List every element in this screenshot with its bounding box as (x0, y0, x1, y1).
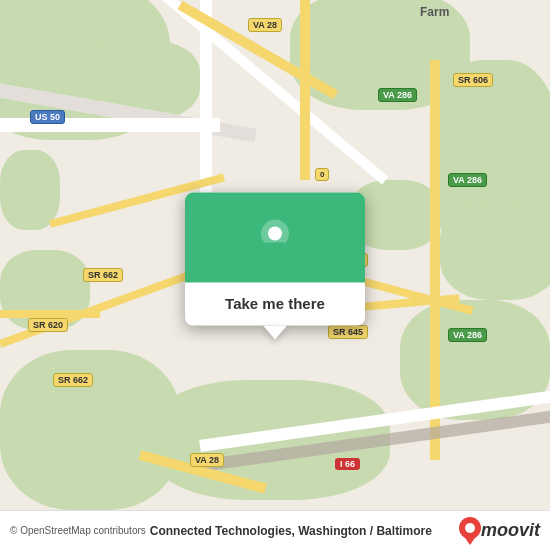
moovit-text: moovit (481, 520, 540, 541)
green-area (0, 150, 60, 230)
sr0-label: 0 (315, 168, 329, 181)
sr645-2-label: SR 645 (328, 325, 368, 339)
svg-marker-6 (463, 535, 477, 545)
va286-mid-label: VA 286 (448, 173, 487, 187)
bottom-bar: © OpenStreetMap contributors Connected T… (0, 510, 550, 550)
popup-green-header (185, 193, 365, 283)
sr662-2-label: SR 662 (53, 373, 93, 387)
va28-bot-label: VA 28 (190, 453, 224, 467)
sr662-1-label: SR 662 (83, 268, 123, 282)
popup-arrow (263, 326, 287, 340)
popup-card: Take me there (185, 193, 365, 326)
va286-top-label: VA 286 (378, 88, 417, 102)
road-yellow (0, 310, 100, 318)
i66-label: I 66 (335, 458, 360, 470)
map-container: US 50 VA 28 VA 286 VA 286 VA 286 SR 606 … (0, 0, 550, 550)
moovit-pin-icon (459, 517, 481, 545)
take-me-there-button[interactable]: Take me there (209, 283, 341, 326)
location-pin-icon (253, 215, 297, 265)
moovit-logo: moovit (459, 517, 540, 545)
road-yellow (430, 60, 440, 460)
va28-top-label: VA 28 (248, 18, 282, 32)
copyright-text: © OpenStreetMap contributors (10, 525, 146, 536)
svg-point-2 (268, 227, 282, 241)
us50-label: US 50 (30, 110, 65, 124)
svg-point-5 (465, 523, 475, 533)
app-name: Connected Technologies, Washington / Bal… (150, 524, 432, 538)
sr620-label: SR 620 (28, 318, 68, 332)
farm-text-label: Farm (420, 5, 449, 19)
green-area (440, 200, 550, 300)
va286-bot-label: VA 286 (448, 328, 487, 342)
road-yellow (300, 0, 310, 180)
sr606-label: SR 606 (453, 73, 493, 87)
